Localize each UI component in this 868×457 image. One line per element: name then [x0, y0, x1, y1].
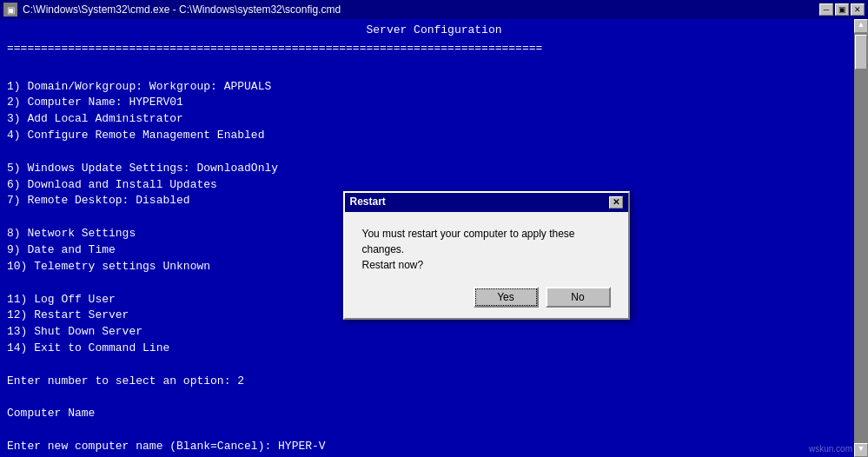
no-button[interactable]: No — [546, 287, 611, 308]
watermark: wskun.com — [809, 443, 852, 456]
cmd-line — [7, 422, 861, 439]
scrollbar-track[interactable] — [854, 33, 868, 443]
cmd-line: Computer Name — [7, 406, 861, 422]
cmd-line: 5) Windows Update Settings: DownloadOnly — [7, 161, 861, 177]
window-titlebar: ▣ C:\Windows\System32\cmd.exe - C:\Windo… — [0, 0, 868, 19]
scrollbar-up-button[interactable]: ▲ — [854, 19, 868, 33]
cmd-line: Enter number to select an option: 2 — [7, 374, 861, 390]
dialog-message: You must restart your computer to apply … — [362, 226, 611, 273]
cmd-line: 2) Computer Name: HYPERV01 — [7, 95, 861, 111]
cmd-line: 13) Shut Down Server — [7, 324, 861, 341]
cmd-line — [7, 390, 861, 407]
cmd-header: Server Configuration — [7, 23, 861, 39]
cmd-line: 14) Exit to Command Line — [7, 341, 861, 357]
dialog-message-line1: You must restart your computer to apply … — [362, 226, 611, 257]
cmd-line — [7, 357, 861, 374]
yes-button[interactable]: Yes — [474, 287, 539, 308]
scrollbar-thumb[interactable] — [855, 35, 867, 70]
restart-dialog[interactable]: Restart ✕ You must restart your computer… — [343, 191, 630, 320]
dialog-close-button[interactable]: ✕ — [609, 196, 623, 209]
cmd-line: Enter new computer name (Blank=Cancel): … — [7, 439, 861, 455]
cmd-icon: ▣ — [3, 3, 17, 17]
window-title: C:\Windows\System32\cmd.exe - C:\Windows… — [23, 3, 341, 16]
cmd-line: 1) Domain/Workgroup: Workgroup: APPUALS — [7, 79, 861, 96]
scrollbar-down-button[interactable]: ▼ — [854, 443, 868, 457]
cmd-separator: ========================================… — [7, 41, 861, 57]
minimize-button[interactable]: ─ — [819, 3, 833, 16]
scrollbar[interactable]: ▲ ▼ — [854, 19, 868, 457]
cmd-line: 4) Configure Remote Management Enabled — [7, 128, 861, 144]
cmd-line — [7, 63, 861, 79]
cmd-area: Server Configuration ===================… — [0, 19, 868, 457]
cmd-line — [7, 144, 861, 161]
titlebar-left: ▣ C:\Windows\System32\cmd.exe - C:\Windo… — [3, 3, 341, 17]
titlebar-buttons: ─ ▣ ✕ — [819, 3, 865, 16]
dialog-titlebar: Restart ✕ — [345, 193, 628, 212]
dialog-message-line2: Restart now? — [362, 257, 611, 273]
dialog-body: You must restart your computer to apply … — [345, 212, 628, 318]
cmd-line: 3) Add Local Administrator — [7, 111, 861, 128]
close-button[interactable]: ✕ — [851, 3, 865, 16]
dialog-title: Restart — [350, 195, 386, 209]
dialog-buttons: Yes No — [362, 287, 611, 308]
restore-button[interactable]: ▣ — [835, 3, 849, 16]
